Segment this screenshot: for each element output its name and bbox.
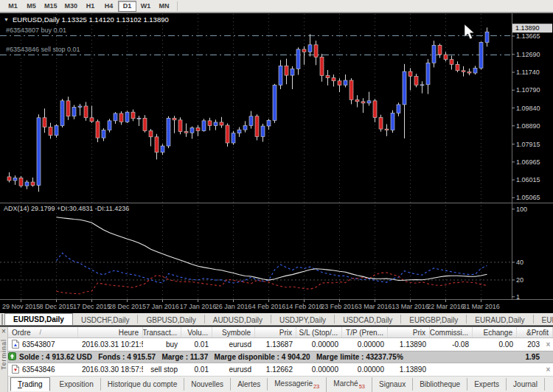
balance-profit-value: 1.95 <box>517 353 543 361</box>
chart-tab-usdjpy-daily[interactable]: USDJPY,Daily <box>271 315 335 323</box>
order-id: 63543846 <box>22 365 55 374</box>
chart-ohlc-readout: EURUSD,Daily 1.13325 1.14120 1.13102 1.1… <box>13 15 169 24</box>
order-row[interactable]: 635438072016.03.31 10:21:52buy0.01eurusd… <box>8 338 553 351</box>
terminal-tab-historique-du-compte[interactable]: Historique du compte <box>101 378 185 391</box>
candle <box>403 64 406 139</box>
timeframe-button-w1[interactable]: W1 <box>136 1 155 12</box>
chart-area[interactable]: 1.136651.126901.117401.107901.098401.088… <box>0 13 553 313</box>
price-chart-canvas[interactable]: 1.136651.126901.117401.107901.098401.088… <box>0 13 553 313</box>
chart-tab-audusd-daily[interactable]: AUDUSD,Daily <box>205 315 271 323</box>
timeframe-button-m30[interactable]: M30 <box>61 1 82 12</box>
candle <box>391 111 394 133</box>
terminal-tab-bibliotheque[interactable]: Bibliotheque <box>413 378 467 391</box>
chart-tab-eurusd-daily[interactable]: EURUSD,Daily <box>4 313 73 325</box>
column-header-label: Transact... <box>143 329 177 337</box>
column-header-10[interactable]: Echange <box>473 327 517 337</box>
timeframe-button-h4[interactable]: H4 <box>100 1 118 12</box>
order-cell-5: 1.12662 <box>255 365 296 374</box>
indicator-tick-label: 1 <box>516 293 520 301</box>
timeframe-button-mn[interactable]: MN <box>155 1 173 12</box>
row-close-icon[interactable]: × <box>543 340 553 349</box>
x-date-label: 14 Feb 2016 <box>285 303 323 310</box>
column-header-8[interactable]: Prix <box>388 327 430 337</box>
candle <box>326 70 330 85</box>
indicator-label: ADX(14) 29.1799 +DI:30.4831 -DI:11.4236 <box>4 205 129 212</box>
order-cell-0: 63543846 <box>8 365 78 375</box>
column-header-4[interactable]: Symbole <box>212 327 255 337</box>
x-date-label: 26 Jan 2016 <box>215 303 252 310</box>
candle <box>249 111 253 129</box>
timeframe-button-d1[interactable]: D1 <box>118 1 136 12</box>
chart-tab-gbpusd-daily[interactable]: GBPUSD,Daily <box>138 315 204 323</box>
column-header-label: Commissi... <box>430 329 468 337</box>
column-header-label: Ordre <box>12 329 31 337</box>
x-date-label: 8 Dec 2015 <box>39 303 73 310</box>
y-tick-label: 1.06015 <box>516 176 540 183</box>
terminal-tab-nouvelles[interactable]: Nouvelles <box>184 378 231 391</box>
candle <box>220 117 223 128</box>
terminal-tab-signaux[interactable]: Signaux <box>372 378 413 391</box>
candle <box>467 69 471 75</box>
order-cell-10: 0.00 <box>473 340 517 349</box>
candle <box>149 129 153 146</box>
candle <box>102 128 105 141</box>
column-header-3[interactable]: Volu... <box>181 327 212 337</box>
column-header-11[interactable]: &Profit <box>517 327 553 337</box>
candle <box>420 81 424 93</box>
candle <box>155 134 159 160</box>
order-cell-1: 2016.03.30 18:57:59 <box>78 365 143 374</box>
candle <box>373 99 377 122</box>
order-row[interactable]: 635438462016.03.30 18:57:59sell stop0.01… <box>8 363 553 376</box>
candle <box>408 68 412 90</box>
row-close-icon[interactable]: × <box>543 365 553 374</box>
column-header-2[interactable]: Transact... <box>143 327 181 337</box>
order-cell-8: 1.13890 <box>388 365 430 374</box>
column-header-6[interactable]: S/L (Stop/... <box>296 327 342 337</box>
y-tick-label: 1.13665 <box>516 32 540 40</box>
order-doc-icon <box>12 340 19 350</box>
timeframe-toolbar: M1M5M15M30H1H4D1W1MN <box>0 0 553 13</box>
chart-title: ▼ EURUSD,Daily 1.13325 1.14120 1.13102 1… <box>4 15 169 24</box>
balance-row[interactable]: Solde : 4 913.62 USD Fonds : 4 915.57 Ma… <box>8 351 553 363</box>
chart-tab-usdchf-daily[interactable]: USDCHF,Daily <box>73 315 139 323</box>
candle <box>349 78 353 104</box>
candle <box>131 110 135 122</box>
candle <box>255 114 259 140</box>
timeframe-button-m5[interactable]: M5 <box>22 1 41 12</box>
terminal-tab-march-[interactable]: Marché53 <box>327 377 372 392</box>
chart-tab-euraud-daily[interactable]: EURAUD,Daily <box>467 315 533 323</box>
timeframe-button-h1[interactable]: H1 <box>81 1 100 12</box>
chart-tab-eurgbp-daily[interactable]: EURGBP,Daily <box>401 315 467 323</box>
x-date-label: 4 Feb 2016 <box>252 303 286 310</box>
candle <box>7 172 11 183</box>
terminal-tab-alertes[interactable]: Alertes <box>231 378 268 391</box>
column-header-1[interactable]: Heure <box>78 327 143 337</box>
column-header-9[interactable]: Commissi... <box>430 327 473 337</box>
candle <box>90 105 94 122</box>
candle <box>473 66 477 74</box>
x-date-label: 23 Feb 2016 <box>321 303 358 310</box>
terminal-tab-trading[interactable]: Trading <box>10 377 50 391</box>
column-header-5[interactable]: Prix <box>255 327 296 337</box>
timeframe-button-m15[interactable]: M15 <box>41 1 61 12</box>
terminal-close-icon[interactable]: × <box>1 328 6 335</box>
timeframe-button-m1[interactable]: M1 <box>4 1 22 12</box>
candle <box>137 116 141 126</box>
chart-menu-icon[interactable]: ▼ <box>4 17 9 22</box>
chart-windows-button[interactable] <box>1 314 3 325</box>
terminal-tab-journal[interactable]: Journal <box>507 378 545 391</box>
column-header-0[interactable]: Ordre/ <box>8 327 78 337</box>
terminal-tab-experts[interactable]: Experts <box>467 378 507 391</box>
candle <box>19 176 23 187</box>
candle <box>114 112 117 124</box>
column-header-7[interactable]: T/P (Pren... <box>342 327 388 337</box>
chart-tab-eurchf-daily[interactable]: EURCHF,Daily <box>534 315 553 323</box>
candle <box>243 121 247 132</box>
terminal-tab-exposition[interactable]: Exposition <box>53 378 101 391</box>
order-cell-2: buy <box>143 340 181 349</box>
candle <box>279 60 282 89</box>
candle <box>55 124 58 137</box>
terminal-tab-messagerie[interactable]: Messagerie23 <box>268 377 327 392</box>
chart-tab-usdcad-daily[interactable]: USDCAD,Daily <box>335 315 401 323</box>
candle <box>338 78 341 92</box>
